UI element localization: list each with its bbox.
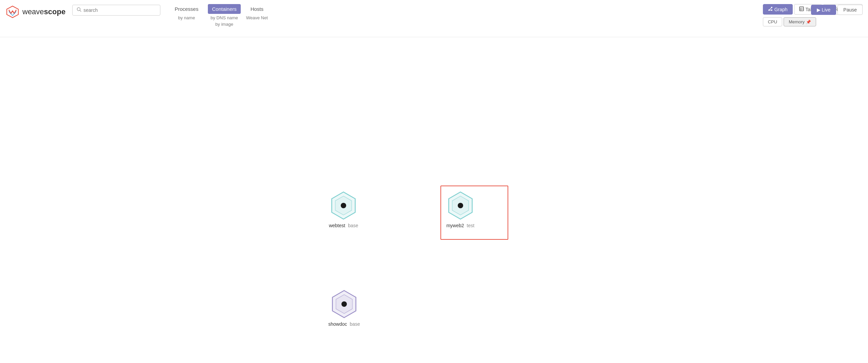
node-label: webtest bbox=[329, 223, 345, 228]
main-canvas: webtest base myweb2 test bbox=[0, 37, 868, 363]
svg-line-2 bbox=[80, 10, 81, 12]
search-input[interactable] bbox=[83, 7, 156, 13]
table-icon bbox=[799, 6, 804, 12]
nav-group-hosts: Hosts Weave Net bbox=[246, 4, 268, 20]
logo-area: weavescope bbox=[5, 5, 65, 19]
node-label: myweb2 bbox=[446, 223, 464, 228]
hex-container bbox=[328, 190, 359, 221]
node-sublabel: test bbox=[467, 223, 475, 228]
node-labels: webtest base bbox=[329, 223, 358, 228]
hex-container bbox=[329, 289, 359, 319]
memory-label: Memory bbox=[789, 19, 805, 24]
node-webtest-base[interactable]: webtest base bbox=[328, 190, 359, 228]
svg-rect-8 bbox=[800, 7, 804, 11]
nav-containers-by-dns-name[interactable]: by DNS name bbox=[211, 15, 238, 20]
node-labels: myweb2 test bbox=[446, 223, 474, 228]
logo-text: weavescope bbox=[22, 7, 65, 16]
live-button[interactable]: ▶ Live bbox=[811, 5, 836, 15]
nav-group-containers: Containers by DNS name by image bbox=[208, 4, 241, 27]
hex-container bbox=[445, 190, 476, 221]
node-dot bbox=[458, 203, 463, 208]
metric-buttons: CPU Memory 📌 bbox=[763, 17, 816, 26]
pause-button[interactable]: Pause bbox=[837, 5, 863, 15]
graph-view-button[interactable]: Graph bbox=[763, 4, 793, 15]
nav-processes-by-name[interactable]: by name bbox=[178, 15, 195, 20]
nav-containers-by-image[interactable]: by image bbox=[215, 22, 233, 27]
node-sublabel: base bbox=[348, 223, 358, 228]
node-label: showdoc bbox=[328, 321, 347, 327]
memory-metric-button[interactable]: Memory 📌 bbox=[784, 17, 816, 26]
node-sublabel: base bbox=[350, 321, 360, 327]
cpu-metric-button[interactable]: CPU bbox=[763, 17, 782, 26]
navbar: weavescope Processes by name Containers … bbox=[0, 0, 868, 37]
nav-containers[interactable]: Containers bbox=[208, 4, 241, 14]
node-dot bbox=[341, 301, 347, 307]
node-labels: showdoc base bbox=[328, 321, 360, 327]
live-controls: ▶ Live Pause bbox=[811, 5, 863, 15]
logo-icon bbox=[5, 5, 20, 19]
pin-icon: 📌 bbox=[806, 20, 811, 24]
nav-hosts[interactable]: Hosts bbox=[246, 4, 268, 14]
node-showdoc-base[interactable]: showdoc base bbox=[328, 289, 360, 327]
graph-label: Graph bbox=[774, 7, 788, 12]
nav-processes[interactable]: Processes bbox=[171, 4, 202, 14]
nav-items: Processes by name Containers by DNS name… bbox=[171, 4, 273, 27]
node-myweb2-test[interactable]: myweb2 test bbox=[445, 190, 476, 228]
search-icon bbox=[77, 7, 81, 13]
nav-hosts-weave-net[interactable]: Weave Net bbox=[246, 15, 268, 20]
graph-icon bbox=[768, 6, 773, 12]
play-icon: ▶ bbox=[817, 7, 822, 13]
nav-group-processes: Processes by name bbox=[171, 4, 202, 20]
node-dot bbox=[341, 203, 346, 208]
search-bar[interactable] bbox=[72, 5, 160, 16]
